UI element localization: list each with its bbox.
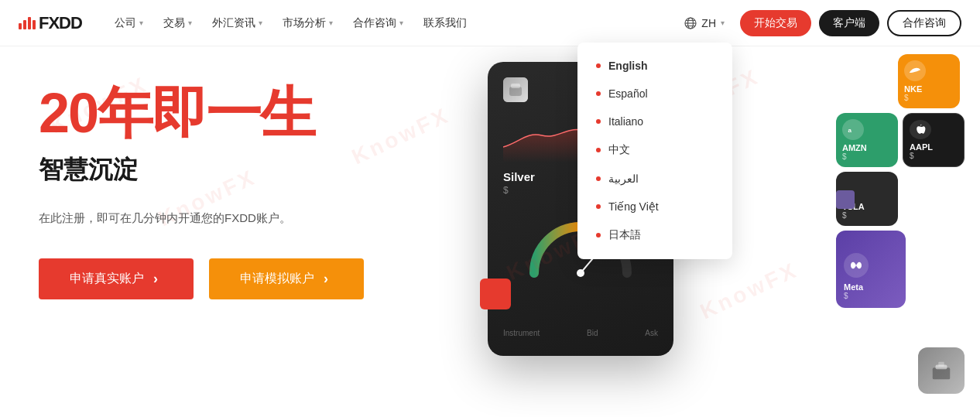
ticker-aapl: AAPL (910, 142, 958, 152)
dot-icon (596, 119, 601, 124)
table-header: Instrument Bid Ask (503, 329, 658, 337)
amazon-logo: a (847, 124, 859, 136)
nav-right: ZH ▾ 开始交易 客户端 合作咨询 (677, 10, 961, 36)
hero-section: KnowFX KnowFX KnowFX KnowFX KnowFX KnowF… (0, 46, 980, 417)
dot-icon (596, 91, 601, 96)
ticker-meta: Meta (844, 282, 898, 292)
svg-rect-11 (933, 367, 951, 379)
chevron-down-icon: ▾ (259, 19, 262, 27)
instrument-table: Instrument Bid Ask (503, 329, 658, 340)
nav-links: 公司 ▾ 交易 ▾ 外汇资讯 ▾ 市场分析 ▾ 合作咨询 ▾ 联系我们 (107, 12, 677, 35)
globe-icon (684, 17, 697, 29)
dollar-aapl: $ (910, 152, 958, 160)
lang-option-english[interactable]: English (577, 52, 732, 80)
stock-cards-container: NKE $ a AMZN $ (836, 54, 965, 308)
nike-logo (908, 64, 922, 78)
svg-point-9 (577, 269, 584, 277)
silver-icon (503, 77, 528, 102)
meta-logo (848, 258, 864, 273)
nav-item-partner[interactable]: 合作咨询 ▾ (345, 12, 411, 35)
stock-row-4: Meta $ (836, 231, 965, 308)
silver-badge (503, 77, 528, 102)
language-dropdown: English Español Italiano 中文 العربية Tiến… (577, 43, 732, 259)
arrow-icon: › (324, 271, 328, 287)
deco-box-bottom (918, 347, 965, 394)
apply-real-account-button[interactable]: 申请真实账户 › (39, 258, 194, 299)
start-trading-button[interactable]: 开始交易 (740, 10, 811, 36)
stock-card-aapl: AAPL $ (903, 113, 965, 167)
hero-title: 20年即一生 (39, 85, 433, 141)
logo-text: FXDD (39, 13, 82, 33)
apple-logo (914, 124, 927, 136)
stock-row-1: NKE $ (836, 54, 965, 108)
nav-item-company[interactable]: 公司 ▾ (107, 12, 151, 35)
nav-item-analysis[interactable]: 市场分析 ▾ (275, 12, 341, 35)
logo[interactable]: FXDD (19, 13, 82, 33)
lang-label: ZH (701, 17, 716, 29)
consult-button[interactable]: 合作咨询 (887, 10, 961, 36)
language-selector[interactable]: ZH ▾ (677, 12, 732, 34)
lang-option-vietnamese[interactable]: Tiếng Việt (577, 193, 732, 220)
apply-demo-account-button[interactable]: 申请模拟账户 › (209, 258, 364, 299)
stock-row-3: TSLA $ (836, 172, 965, 226)
logo-icon (19, 17, 36, 29)
lang-option-chinese[interactable]: 中文 (577, 135, 732, 165)
stock-card-nke: NKE $ (898, 54, 960, 108)
ticker-nke: NKE (904, 84, 954, 94)
dot-icon (596, 148, 601, 152)
chevron-down-icon: ▾ (329, 19, 333, 27)
hero-left: 20年即一生 智慧沉淀 在此注册，即可在几分钟内开通您的FXDD账户。 申请真实… (0, 46, 464, 417)
chevron-down-icon: ▾ (399, 19, 403, 27)
deco-red-square (480, 279, 511, 309)
lang-option-japanese[interactable]: 日本語 (577, 220, 732, 250)
hero-description: 在此注册，即可在几分钟内开通您的FXDD账户。 (39, 209, 433, 227)
dot-icon (596, 233, 601, 238)
nav-item-trade[interactable]: 交易 ▾ (156, 12, 200, 35)
deco-purple-square (836, 190, 855, 209)
nav-item-contact[interactable]: 联系我们 (416, 12, 475, 35)
lang-option-spanish[interactable]: Español (577, 80, 732, 108)
arrow-icon: › (153, 271, 158, 287)
chevron-down-icon: ▾ (188, 19, 192, 27)
nav-item-news[interactable]: 外汇资讯 ▾ (204, 12, 270, 35)
svg-text:a: a (848, 127, 852, 134)
client-button[interactable]: 客户端 (819, 10, 879, 36)
chevron-down-icon: ▾ (721, 19, 725, 27)
ticker-amzn: AMZN (842, 143, 892, 152)
hero-buttons: 申请真实账户 › 申请模拟账户 › (39, 258, 433, 299)
hero-subtitle: 智慧沉淀 (39, 153, 433, 187)
dollar-nke: $ (904, 94, 954, 102)
dot-icon (596, 176, 601, 181)
dollar-tsla: $ (842, 211, 892, 220)
navbar: FXDD 公司 ▾ 交易 ▾ 外汇资讯 ▾ 市场分析 ▾ 合作咨询 ▾ 联系我们 (0, 0, 980, 46)
active-indicator (596, 63, 601, 68)
stock-row-2: a AMZN $ AAPL $ (836, 113, 965, 167)
svg-rect-13 (938, 362, 944, 367)
chevron-down-icon: ▾ (139, 19, 143, 27)
dollar-amzn: $ (842, 152, 892, 161)
lang-option-italian[interactable]: Italiano (577, 108, 732, 135)
lang-option-arabic[interactable]: العربية (577, 165, 732, 193)
stock-card-amzn: a AMZN $ (836, 113, 898, 167)
svg-rect-7 (511, 84, 520, 88)
dollar-meta: $ (844, 292, 898, 300)
dot-icon (596, 204, 601, 209)
stock-card-meta: Meta $ (836, 231, 906, 308)
box-icon (930, 359, 953, 382)
